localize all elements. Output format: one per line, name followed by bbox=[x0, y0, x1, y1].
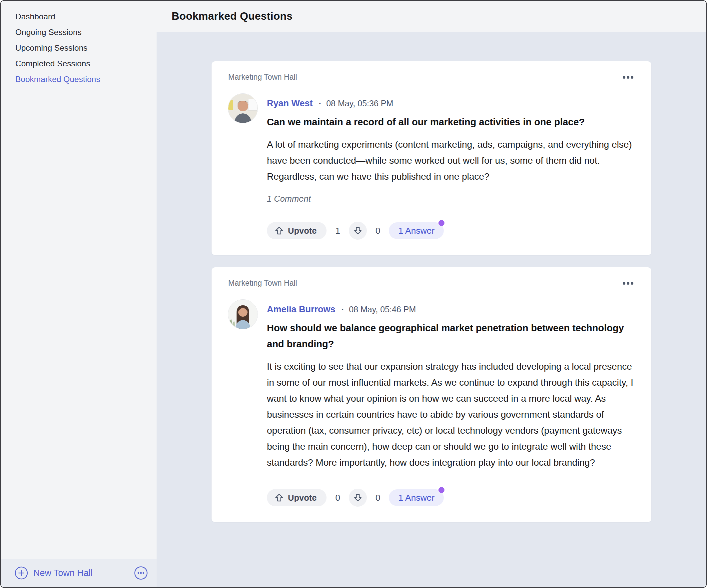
answers-label: 1 Answer bbox=[398, 226, 434, 236]
more-options-button[interactable] bbox=[621, 73, 635, 81]
card-header: Marketing Town Hall bbox=[228, 279, 635, 288]
dot-separator: · bbox=[341, 304, 344, 315]
actions-row: Upvote 1 0 bbox=[267, 222, 635, 240]
downvote-button[interactable] bbox=[349, 222, 367, 240]
app-window: Dashboard Ongoing Sessions Upcoming Sess… bbox=[0, 0, 707, 588]
sidebar-item-completed-sessions[interactable]: Completed Sessions bbox=[1, 56, 157, 71]
upvote-label: Upvote bbox=[288, 226, 316, 236]
sidebar-item-upcoming-sessions[interactable]: Upcoming Sessions bbox=[1, 40, 157, 56]
notification-dot-icon bbox=[438, 487, 444, 493]
question-body: A lot of marketing experiments (content … bbox=[267, 137, 635, 185]
sidebar-item-dashboard[interactable]: Dashboard bbox=[1, 9, 157, 24]
avatar-ryan-west bbox=[228, 94, 258, 123]
downvote-arrow-icon bbox=[353, 493, 363, 502]
card-body-row: Ryan West · 08 May, 05:36 PM Can we main… bbox=[228, 94, 635, 240]
new-town-hall-label: New Town Hall bbox=[33, 568, 93, 578]
answers-button[interactable]: 1 Answer bbox=[389, 222, 444, 239]
upvote-arrow-icon bbox=[274, 226, 284, 236]
downvote-arrow-icon bbox=[353, 226, 363, 235]
ellipsis-icon bbox=[622, 75, 634, 79]
dot-separator: · bbox=[319, 98, 322, 109]
sidebar: Dashboard Ongoing Sessions Upcoming Sess… bbox=[1, 1, 157, 587]
question-title: How should we balance geographical marke… bbox=[267, 320, 635, 352]
downvote-count: 0 bbox=[375, 493, 380, 503]
notification-dot-icon bbox=[438, 220, 444, 226]
timestamp: 08 May, 05:46 PM bbox=[349, 305, 416, 314]
upvote-arrow-icon bbox=[274, 493, 284, 503]
upvote-button[interactable]: Upvote bbox=[267, 489, 327, 507]
upvote-count: 1 bbox=[335, 226, 340, 236]
question-card-1: Marketing Town Hall bbox=[211, 61, 651, 255]
content-area: Marketing Town Hall bbox=[157, 32, 706, 587]
byline: Ryan West · 08 May, 05:36 PM bbox=[267, 98, 635, 109]
avatar-amelia-burrows bbox=[228, 300, 258, 329]
card-header: Marketing Town Hall bbox=[228, 73, 635, 81]
card-body-row: Amelia Burrows · 08 May, 05:46 PM How sh… bbox=[228, 300, 635, 507]
actions-row: Upvote 0 0 bbox=[267, 489, 635, 507]
question-column: Amelia Burrows · 08 May, 05:46 PM How sh… bbox=[267, 300, 635, 507]
upvote-count: 0 bbox=[335, 493, 340, 503]
new-town-hall-button[interactable]: New Town Hall bbox=[15, 566, 93, 580]
question-body: It is exciting to see that our expansion… bbox=[267, 359, 635, 471]
sidebar-item-bookmarked-questions[interactable]: Bookmarked Questions bbox=[1, 71, 157, 87]
page-header: Bookmarked Questions bbox=[157, 1, 706, 32]
comments-count[interactable]: 1 Comment bbox=[267, 194, 635, 204]
sidebar-footer: New Town Hall bbox=[1, 559, 157, 587]
question-title: Can we maintain a record of all our mark… bbox=[267, 114, 635, 130]
answers-label: 1 Answer bbox=[398, 493, 434, 503]
byline: Amelia Burrows · 08 May, 05:46 PM bbox=[267, 304, 635, 315]
upvote-button[interactable]: Upvote bbox=[267, 222, 327, 239]
plus-circle-icon bbox=[15, 566, 28, 580]
more-options-button[interactable] bbox=[621, 279, 635, 287]
upvote-label: Upvote bbox=[288, 493, 316, 503]
answers-button[interactable]: 1 Answer bbox=[389, 489, 444, 506]
author-link[interactable]: Amelia Burrows bbox=[267, 304, 336, 315]
ellipsis-icon bbox=[622, 281, 634, 285]
page-title: Bookmarked Questions bbox=[172, 10, 293, 22]
session-label: Marketing Town Hall bbox=[228, 279, 297, 288]
question-card-2: Marketing Town Hall bbox=[211, 267, 651, 522]
question-column: Ryan West · 08 May, 05:36 PM Can we main… bbox=[267, 94, 635, 240]
ellipsis-circle-icon bbox=[134, 566, 148, 580]
session-label: Marketing Town Hall bbox=[228, 73, 297, 81]
timestamp: 08 May, 05:36 PM bbox=[326, 99, 393, 108]
downvote-count: 0 bbox=[375, 226, 380, 236]
sidebar-more-button[interactable] bbox=[134, 566, 148, 580]
sidebar-item-ongoing-sessions[interactable]: Ongoing Sessions bbox=[1, 24, 157, 40]
main-area: Bookmarked Questions Marketing Town Hall bbox=[157, 1, 706, 587]
author-link[interactable]: Ryan West bbox=[267, 98, 313, 109]
sidebar-nav: Dashboard Ongoing Sessions Upcoming Sess… bbox=[1, 1, 157, 87]
downvote-button[interactable] bbox=[349, 489, 367, 507]
